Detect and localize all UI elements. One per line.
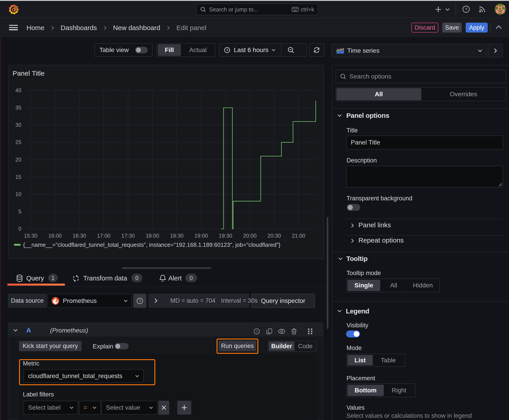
svg-text:5: 5 (18, 209, 21, 215)
svg-text:16:30: 16:30 (73, 233, 86, 239)
svg-text:15: 15 (15, 174, 21, 180)
svg-text:40: 40 (15, 87, 21, 93)
svg-text:35: 35 (15, 105, 21, 111)
svg-text:30: 30 (15, 122, 21, 128)
svg-text:19:00: 19:00 (194, 233, 208, 239)
svg-text:?: ? (139, 299, 141, 303)
svg-text:18:00: 18:00 (146, 233, 159, 239)
svg-text:?: ? (256, 330, 258, 333)
svg-text:{__name__="cloudflared_tunnel_: {__name__="cloudflared_tunnel_total_requ… (23, 242, 281, 248)
svg-text:20: 20 (15, 157, 21, 163)
svg-text:19:30: 19:30 (219, 233, 232, 239)
svg-text:20:00: 20:00 (243, 233, 257, 239)
svg-text:20:30: 20:30 (267, 233, 281, 239)
svg-text:18:30: 18:30 (170, 233, 183, 239)
svg-text:10: 10 (15, 191, 21, 197)
svg-text:17:30: 17:30 (122, 233, 135, 239)
svg-text:25: 25 (15, 139, 21, 145)
svg-text:0: 0 (18, 226, 21, 232)
svg-text:15:30: 15:30 (24, 233, 38, 239)
svg-text:?: ? (465, 7, 467, 12)
svg-text:16:00: 16:00 (48, 233, 62, 239)
svg-text:17:00: 17:00 (97, 233, 110, 239)
svg-text:21:00: 21:00 (292, 233, 305, 239)
